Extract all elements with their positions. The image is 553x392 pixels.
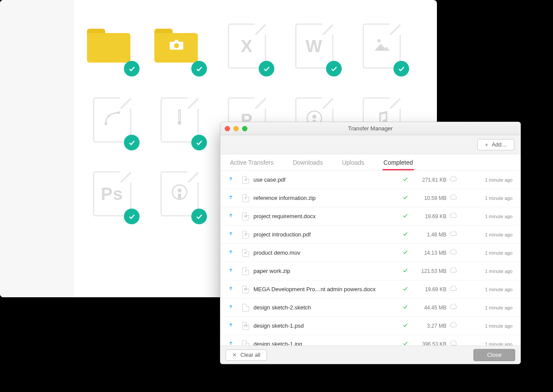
file-tile[interactable] <box>154 96 204 148</box>
file-tile[interactable]: W <box>289 22 339 74</box>
tab-uploads[interactable]: Uploads <box>341 159 365 170</box>
upload-arrow-icon <box>228 213 240 219</box>
file-time: 1 minute ago <box>469 305 513 310</box>
upload-arrow-icon <box>228 322 240 329</box>
file-icon <box>160 171 199 216</box>
file-size: 3.27 MB <box>415 323 446 329</box>
file-name: MEGA Development Pro…nt admin powers.doc… <box>253 286 400 292</box>
upload-arrow-icon <box>228 249 240 256</box>
file-name: design sketch-1.psd <box>253 322 400 329</box>
file-size: 121.53 MB <box>415 268 446 274</box>
status-check-icon <box>402 176 413 183</box>
file-tile[interactable]: X <box>222 22 272 74</box>
add-button[interactable]: + Add… <box>477 139 514 150</box>
tab-active-transfers[interactable]: Active Transfers <box>229 159 274 170</box>
transfer-list[interactable]: Ause case.pdf271.61 KB1 minute agozrefer… <box>220 171 520 345</box>
cloud-icon[interactable] <box>449 267 466 275</box>
tab-completed[interactable]: Completed <box>383 159 414 170</box>
svg-point-2 <box>377 39 380 42</box>
upload-arrow-icon <box>228 268 240 274</box>
transfer-row[interactable]: zreference information.zip10.59 MB1 minu… <box>220 189 520 207</box>
file-name: design sketch-2.sketch <box>253 304 400 311</box>
filetype-icon: ▸ <box>242 249 249 257</box>
check-badge-icon <box>393 61 409 76</box>
svg-point-1 <box>174 43 179 48</box>
file-name: product demo.mov <box>253 249 400 256</box>
file-time: 1 minute ago <box>469 214 513 219</box>
file-size: 271.61 KB <box>415 177 446 183</box>
filetype-icon: A <box>242 176 249 184</box>
file-tile[interactable] <box>87 96 137 148</box>
file-icon <box>363 23 401 69</box>
add-button-label: Add… <box>492 142 507 148</box>
file-tile[interactable] <box>356 22 406 74</box>
clear-all-label: Clear all <box>240 352 260 358</box>
close-button[interactable]: Close <box>473 349 515 361</box>
cloud-icon[interactable] <box>449 194 466 202</box>
toolbar: + Add… <box>220 135 520 154</box>
check-badge-icon <box>191 135 207 150</box>
upload-arrow-icon <box>228 195 240 201</box>
transfer-row[interactable]: WMEGA Development Pro…nt admin powers.do… <box>220 280 520 299</box>
status-check-icon <box>402 322 413 329</box>
status-check-icon <box>402 213 413 220</box>
clear-all-button[interactable]: ✕ Clear all <box>226 349 267 361</box>
file-grid-sidebar <box>0 0 74 297</box>
svg-point-12 <box>177 188 181 192</box>
folder-tile[interactable] <box>87 22 137 74</box>
file-name: reference information.zip <box>253 195 400 201</box>
transfer-row[interactable]: Wproject requirement.docx19.69 KB1 minut… <box>220 207 520 226</box>
cloud-icon[interactable] <box>449 213 466 220</box>
titlebar[interactable]: Transfer Manager <box>220 122 520 135</box>
transfer-row[interactable]: design sketch-2.sketch44.45 MB1 minute a… <box>220 299 520 317</box>
status-check-icon <box>402 304 413 311</box>
transfer-row[interactable]: Ause case.pdf271.61 KB1 minute ago <box>220 171 520 189</box>
transfer-manager-window: Transfer Manager + Add… Active Transfers… <box>220 122 521 364</box>
footer: ✕ Clear all Close <box>220 345 520 364</box>
transfer-row[interactable]: ▸product demo.mov14.13 MB1 minute ago <box>220 244 520 262</box>
file-time: 1 minute ago <box>469 177 513 183</box>
file-tile[interactable]: Ps <box>87 169 137 222</box>
tabs: Active TransfersDownloadsUploadsComplete… <box>220 154 520 171</box>
file-size: 1.46 MB <box>415 232 446 238</box>
file-name: design sketch-1.jpg <box>253 341 400 345</box>
status-check-icon <box>402 194 413 202</box>
file-type-glyph <box>170 109 189 132</box>
x-icon: ✕ <box>232 352 237 358</box>
file-size: 44.45 MB <box>415 305 446 311</box>
filetype-icon: A <box>242 231 249 239</box>
cloud-icon[interactable] <box>449 340 466 345</box>
camera-icon <box>169 39 184 50</box>
upload-arrow-icon <box>228 286 240 292</box>
transfer-row[interactable]: zpaper work.zip121.53 MB1 minute ago <box>220 262 520 280</box>
cloud-icon[interactable] <box>449 176 466 183</box>
file-type-glyph <box>170 183 189 206</box>
transfer-row[interactable]: Aproject introduction.pdf1.46 MB1 minute… <box>220 226 520 244</box>
cloud-icon[interactable] <box>449 304 466 311</box>
filetype-icon: z <box>242 267 249 275</box>
file-name: project introduction.pdf <box>253 231 400 238</box>
cloud-icon[interactable] <box>449 231 466 238</box>
file-size: 19.69 KB <box>415 286 446 292</box>
file-type-glyph: Ps <box>101 184 123 204</box>
filetype-icon: z <box>242 194 249 202</box>
cloud-icon[interactable] <box>449 286 466 293</box>
transfer-row[interactable]: Psdesign sketch-1.psd3.27 MB1 minute ago <box>220 317 520 335</box>
status-check-icon <box>402 267 413 275</box>
file-tile[interactable] <box>154 169 204 222</box>
file-name: paper work.zip <box>253 268 400 274</box>
file-type-glyph: W <box>306 37 323 56</box>
file-icon: X <box>228 23 266 69</box>
tab-downloads[interactable]: Downloads <box>292 159 323 170</box>
upload-arrow-icon <box>228 304 240 311</box>
folder-tile[interactable] <box>154 22 204 74</box>
cloud-icon[interactable] <box>449 249 466 256</box>
status-check-icon <box>402 231 413 238</box>
file-time: 1 minute ago <box>469 232 513 237</box>
filetype-icon: Ps <box>242 322 249 330</box>
cloud-icon[interactable] <box>449 322 466 329</box>
upload-arrow-icon <box>228 176 240 183</box>
file-icon <box>93 97 131 143</box>
transfer-row[interactable]: idesign sketch-1.jpg396.53 KB1 minute ag… <box>220 335 520 345</box>
file-type-glyph <box>103 109 122 132</box>
